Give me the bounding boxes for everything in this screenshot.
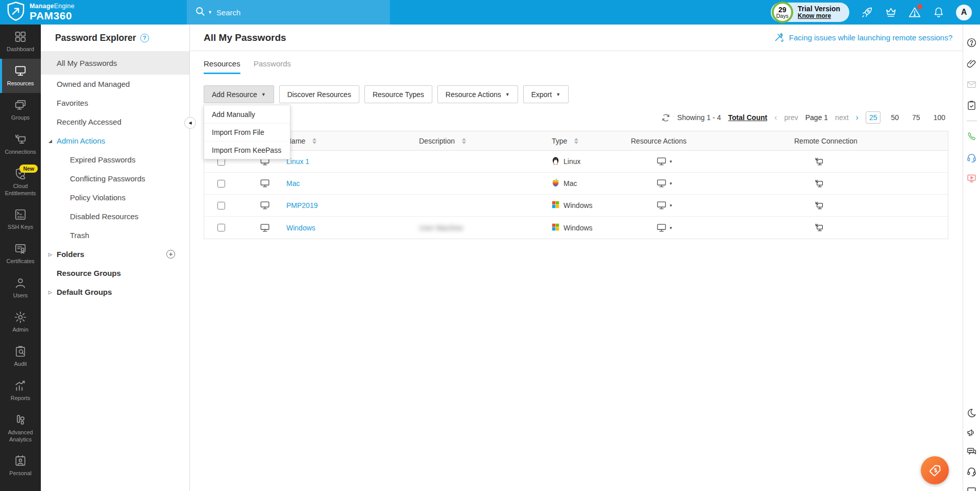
remote-session-issues-link[interactable]: Facing issues while launching remote ses… — [774, 31, 952, 44]
explorer-item-folders[interactable]: ▷ Folders + — [41, 245, 189, 264]
sidebar-item-resources[interactable]: Resources — [0, 59, 41, 93]
explorer-item-conflicting-passwords[interactable]: Conflicting Passwords — [41, 169, 189, 188]
remote-connection-icon[interactable] — [784, 179, 948, 189]
remote-connection-icon[interactable] — [784, 223, 948, 232]
export-button[interactable]: Export▼ — [523, 85, 569, 103]
page-size-75[interactable]: 75 — [909, 112, 923, 123]
menu-item-import-from-keepass[interactable]: Import From KeePass — [204, 141, 290, 159]
sidebar-item-advanced-analytics[interactable]: Advanced Analytics — [0, 408, 41, 449]
attachment-paperclip-icon[interactable] — [966, 58, 977, 69]
sidebar-item-audit[interactable]: Audit — [0, 339, 41, 373]
global-search[interactable]: ▼ — [187, 0, 390, 25]
sidebar-item-users[interactable]: Users — [0, 271, 41, 305]
search-scope-caret-icon[interactable]: ▼ — [208, 10, 212, 15]
headphones-support-icon[interactable] — [966, 465, 977, 477]
remote-connection-icon[interactable] — [784, 157, 948, 167]
explorer-item-trash[interactable]: Trash — [41, 226, 189, 245]
resource-actions-menu[interactable]: ▾ — [621, 223, 784, 232]
sidebar-item-personal[interactable]: Personal — [0, 449, 41, 483]
row-checkbox[interactable] — [217, 224, 225, 231]
help-question-icon[interactable] — [966, 37, 977, 48]
expand-triangle-icon[interactable]: ◢ — [48, 138, 57, 144]
resource-actions-button[interactable]: Resource Actions▼ — [437, 85, 518, 103]
trial-version-badge[interactable]: 29 Days Trial Version Know more — [771, 3, 849, 22]
panel-collapse-handle[interactable]: ◀ — [184, 117, 196, 129]
total-count-link[interactable]: Total Count — [728, 113, 767, 122]
pricing-tag-fab[interactable] — [921, 456, 949, 484]
row-checkbox[interactable] — [217, 202, 225, 209]
remote-connection-icon[interactable] — [784, 201, 948, 211]
column-header-type[interactable]: Type — [542, 137, 621, 145]
collapse-triangle-icon[interactable]: ▷ — [48, 290, 57, 295]
add-resource-button[interactable]: Add Resource▼ — [204, 85, 274, 103]
support-headset-icon[interactable] — [966, 152, 977, 163]
phone-icon[interactable] — [966, 131, 977, 142]
notifications-bell-icon[interactable] — [932, 6, 945, 19]
explorer-item-default-groups[interactable]: ▷ Default Groups — [41, 283, 189, 301]
alerts-warning-icon[interactable] — [908, 6, 921, 19]
sidebar-item-dashboard[interactable]: Dashboard — [0, 25, 41, 59]
explorer-item-expired-passwords[interactable]: Expired Passwords — [41, 150, 189, 169]
next-chevron-icon[interactable]: › — [856, 113, 859, 122]
dark-mode-moon-icon[interactable] — [966, 407, 977, 418]
tab-passwords[interactable]: Passwords — [254, 59, 291, 74]
user-avatar[interactable]: A — [956, 5, 972, 20]
row-checkbox[interactable] — [217, 180, 225, 188]
sidebar-item-cloud-entitlements[interactable]: New Cloud Entitlements — [0, 161, 41, 202]
whats-new-rocket-icon[interactable] — [860, 6, 873, 19]
sort-icon[interactable] — [462, 138, 466, 144]
sidebar-item-certificates[interactable]: Certificates — [0, 237, 41, 271]
explorer-item-policy-violations[interactable]: Policy Violations — [41, 188, 189, 207]
column-header-name[interactable]: Name — [276, 137, 409, 145]
explorer-item-all-my-passwords[interactable]: All My Passwords — [41, 51, 189, 75]
explorer-item-owned-and-managed[interactable]: Owned and Managed — [41, 75, 189, 93]
explorer-item-recently-accessed[interactable]: Recently Accessed — [41, 112, 189, 131]
tab-resources[interactable]: Resources — [204, 59, 240, 74]
explorer-item-resource-groups[interactable]: Resource Groups — [41, 264, 189, 283]
refresh-icon[interactable] — [662, 113, 670, 122]
prev-chevron-icon[interactable]: ‹ — [774, 113, 777, 122]
sort-icon[interactable] — [574, 138, 578, 144]
sidebar-item-admin[interactable]: Admin — [0, 305, 41, 339]
page-size-25[interactable]: 25 — [866, 111, 881, 124]
resource-name-link[interactable]: Mac — [286, 179, 300, 188]
collapse-triangle-icon[interactable]: ▷ — [48, 252, 57, 257]
prev-button[interactable]: prev — [785, 113, 798, 122]
sidebar-item-ssh-keys[interactable]: SSH SSH Keys — [0, 202, 41, 237]
page-size-50[interactable]: 50 — [888, 112, 902, 123]
clipboard-check-icon[interactable] — [966, 100, 977, 111]
add-folder-icon[interactable]: + — [166, 250, 175, 259]
partial-monitor-icon[interactable] — [966, 485, 977, 491]
feedback-chat-icon[interactable] — [966, 446, 977, 457]
discover-resources-button[interactable]: Discover Resources — [279, 85, 359, 103]
help-icon[interactable]: ? — [140, 34, 149, 42]
explorer-item-favorites[interactable]: Favorites — [41, 93, 189, 112]
license-crown-icon[interactable] — [884, 6, 897, 19]
announcements-megaphone-icon[interactable] — [966, 427, 977, 438]
menu-item-add-manually[interactable]: Add Manually — [204, 105, 290, 123]
resource-name-link[interactable]: Windows — [286, 224, 315, 232]
sidebar-item-connections[interactable]: Connections — [0, 127, 41, 161]
menu-item-import-from-file[interactable]: Import From File — [204, 123, 290, 141]
resource-actions-menu[interactable]: ▾ — [621, 179, 784, 188]
next-button[interactable]: next — [835, 113, 848, 122]
resource-actions-menu[interactable]: ▾ — [621, 201, 784, 210]
linux-os-icon — [552, 156, 559, 167]
search-input[interactable] — [216, 8, 359, 17]
column-header-description[interactable]: Description — [409, 137, 542, 145]
sidebar-item-reports[interactable]: Reports — [0, 373, 41, 408]
resource-name-link[interactable]: PMP2019 — [286, 201, 317, 209]
brand-logo[interactable]: ManageEngine PAM360 — [0, 2, 187, 23]
explorer-item-disabled-resources[interactable]: Disabled Resources — [41, 207, 189, 226]
resource-actions-menu[interactable]: ▾ — [621, 157, 784, 166]
demo-video-icon[interactable] — [966, 173, 977, 184]
brand-text: ManageEngine PAM360 — [30, 3, 75, 21]
sort-icon[interactable] — [312, 138, 316, 144]
mail-envelope-icon[interactable] — [966, 79, 977, 90]
page-size-100[interactable]: 100 — [930, 112, 948, 123]
explorer-item-admin-actions[interactable]: ◢ Admin Actions — [41, 131, 189, 150]
know-more-link[interactable]: Know more — [798, 13, 840, 20]
sidebar-item-label: Cloud Entitlements — [0, 183, 41, 196]
resource-types-button[interactable]: Resource Types — [364, 85, 432, 103]
sidebar-item-groups[interactable]: Groups — [0, 93, 41, 127]
